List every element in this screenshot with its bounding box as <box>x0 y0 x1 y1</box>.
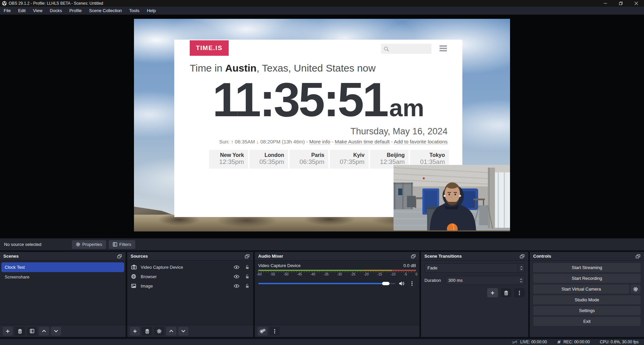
scenes-panel-title: Scenes <box>3 254 116 259</box>
lock-open-icon[interactable] <box>245 284 249 288</box>
source-properties-button[interactable] <box>154 327 164 336</box>
close-icon[interactable] <box>629 0 644 7</box>
scenes-panel: Scenes Clock Test Screenshare <box>0 252 126 337</box>
move-scene-up-button[interactable] <box>39 327 49 336</box>
menu-tools[interactable]: Tools <box>126 7 143 14</box>
preview-region: TIME.IS Time in Austin, Texas, United St… <box>0 15 644 238</box>
add-transition-button[interactable] <box>487 288 498 297</box>
menu-view[interactable]: View <box>29 7 46 14</box>
sources-panel: Sources Video Capture Device Browser <box>127 252 253 337</box>
live-status: LIVE: 00:00:00 <box>512 340 547 344</box>
preview-canvas[interactable]: TIME.IS Time in Austin, Texas, United St… <box>134 19 510 231</box>
rec-status: REC: 00:00:00 <box>557 340 590 344</box>
scene-filters-button[interactable] <box>27 327 37 336</box>
controls-title: Controls <box>533 254 635 259</box>
sources-list: Video Capture Device Browser Image <box>127 261 253 325</box>
move-scene-down-button[interactable] <box>51 327 61 336</box>
city-london[interactable]: London05:35pm <box>249 150 288 169</box>
advanced-audio-icon[interactable] <box>258 327 268 336</box>
add-source-button[interactable] <box>130 327 140 336</box>
popout-icon[interactable] <box>635 253 641 259</box>
timeis-logo[interactable]: TIME.IS <box>190 40 229 56</box>
volume-slider[interactable] <box>258 282 396 285</box>
filters-button[interactable]: Filters <box>109 240 135 249</box>
source-row-image[interactable]: Image <box>127 281 253 291</box>
remove-transition-button[interactable] <box>501 288 511 297</box>
lock-open-icon[interactable] <box>245 274 249 279</box>
exit-button[interactable]: Exit <box>533 317 641 326</box>
remove-scene-button[interactable] <box>15 327 25 336</box>
hamburger-menu-icon[interactable] <box>440 45 447 51</box>
menu-edit[interactable]: Edit <box>14 7 29 14</box>
source-row-video-capture[interactable]: Video Capture Device <box>127 262 253 272</box>
obs-logo-icon <box>2 1 7 6</box>
cpu-fps-text: CPU: 0.6%, 30.00 fps <box>600 340 639 344</box>
add-favorite-link[interactable]: Add to favorite locations <box>394 139 448 145</box>
audio-mixer-title: Audio Mixer <box>258 254 410 259</box>
studio-mode-button[interactable]: Studio Mode <box>533 295 641 304</box>
make-default-link[interactable]: Make Austin time default <box>335 139 389 145</box>
restore-icon[interactable] <box>613 0 629 7</box>
scene-transitions-header[interactable]: Scene Transitions <box>421 252 528 261</box>
scenes-panel-header[interactable]: Scenes <box>0 252 126 261</box>
scene-item-screenshare[interactable]: Screenshare <box>0 272 126 282</box>
eye-icon[interactable] <box>234 275 239 278</box>
controls-body: Start Streaming Start Recording Start Vi… <box>530 261 644 337</box>
sources-panel-header[interactable]: Sources <box>127 252 253 261</box>
add-scene-button[interactable] <box>3 327 13 336</box>
mixer-menu-icon[interactable] <box>270 327 280 336</box>
webcam-video <box>394 165 510 230</box>
live-time: LIVE: 00:00:00 <box>520 340 547 344</box>
chevron-updown-icon[interactable] <box>518 264 524 272</box>
dock-area: Scenes Clock Test Screenshare Sources <box>0 250 644 339</box>
controls-header[interactable]: Controls <box>530 252 644 261</box>
eye-icon[interactable] <box>234 284 239 288</box>
city-paris[interactable]: Paris06:35pm <box>289 150 328 169</box>
eye-icon[interactable] <box>234 265 239 269</box>
timeis-heading: Time in Austin, Texas, United States now <box>190 62 376 74</box>
popout-icon[interactable] <box>519 253 525 259</box>
menu-profile[interactable]: Profile <box>65 7 85 14</box>
volume-meter <box>258 270 416 271</box>
city-kyiv[interactable]: Kyiv07:35pm <box>330 150 369 169</box>
properties-button[interactable]: Properties <box>72 240 106 249</box>
spinner-arrows-icon[interactable] <box>518 276 524 285</box>
popout-icon[interactable] <box>116 253 123 259</box>
mixer-channel-menu-icon[interactable] <box>408 279 416 288</box>
move-source-down-button[interactable] <box>178 327 188 336</box>
scene-item-clock-test[interactable]: Clock Test <box>1 262 124 272</box>
search-icon <box>383 46 389 52</box>
city-new-york[interactable]: New York12:35pm <box>209 150 248 169</box>
transition-menu-icon[interactable] <box>514 288 525 297</box>
start-virtual-camera-button[interactable]: Start Virtual Camera <box>533 285 629 294</box>
lock-open-icon[interactable] <box>245 265 249 269</box>
remove-source-button[interactable] <box>142 327 152 336</box>
start-recording-button[interactable]: Start Recording <box>533 274 641 283</box>
virtual-camera-config-icon[interactable] <box>631 285 641 294</box>
duration-spinner[interactable]: 300 ms <box>445 276 525 285</box>
timeis-search-input[interactable] <box>381 44 431 54</box>
speaker-icon[interactable] <box>399 281 405 286</box>
timeis-clock: 11:35:51am <box>174 76 462 124</box>
menu-help[interactable]: Help <box>143 7 159 14</box>
menu-docks[interactable]: Docks <box>46 7 65 14</box>
minimize-icon[interactable] <box>598 0 613 7</box>
menu-bar: File Edit View Docks Profile Scene Colle… <box>0 7 644 15</box>
volume-slider-handle[interactable] <box>382 282 389 285</box>
scenes-list: Clock Test Screenshare <box>0 261 126 325</box>
audio-mixer-panel: Audio Mixer Video Capture Device 0.0 dB … <box>255 252 419 337</box>
gear-icon <box>76 242 80 247</box>
webcam-overlay[interactable] <box>394 165 510 230</box>
popout-icon[interactable] <box>244 253 250 259</box>
menu-scene-collection[interactable]: Scene Collection <box>85 7 126 14</box>
source-row-browser[interactable]: Browser <box>127 272 253 281</box>
start-streaming-button[interactable]: Start Streaming <box>533 263 641 272</box>
audio-mixer-header[interactable]: Audio Mixer <box>255 252 419 261</box>
popout-icon[interactable] <box>410 253 417 259</box>
menu-file[interactable]: File <box>0 7 14 14</box>
settings-button[interactable]: Settings <box>533 306 641 315</box>
transition-select[interactable]: Fade <box>424 263 525 272</box>
more-info-link[interactable]: More info <box>309 139 330 145</box>
status-bar: LIVE: 00:00:00 REC: 00:00:00 CPU: 0.6%, … <box>0 339 644 345</box>
move-source-up-button[interactable] <box>166 327 176 336</box>
